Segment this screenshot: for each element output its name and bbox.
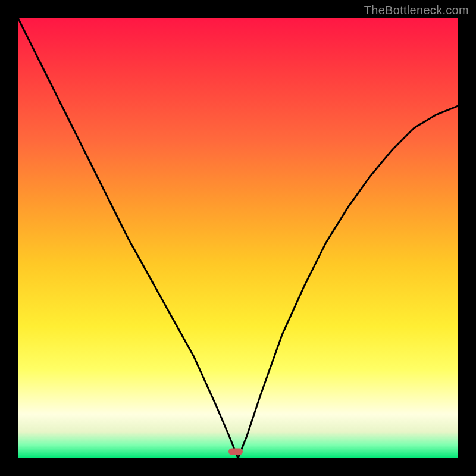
chart-frame: TheBottleneck.com — [0, 0, 476, 476]
optimal-point-marker — [228, 448, 243, 455]
curve-svg — [18, 18, 458, 458]
plot-area — [18, 18, 458, 458]
watermark-text: TheBottleneck.com — [364, 4, 469, 17]
bottleneck-curve-path — [18, 18, 458, 458]
